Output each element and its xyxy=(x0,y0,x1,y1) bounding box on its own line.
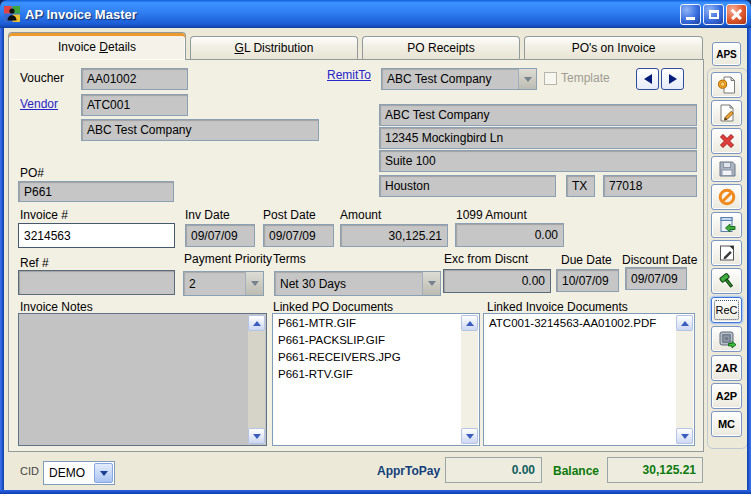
appr-to-pay-label: ApprToPay xyxy=(377,464,440,478)
app-icon xyxy=(4,6,20,22)
amount-label: Amount xyxy=(340,208,381,222)
scroll-down-icon[interactable] xyxy=(676,428,693,444)
tab-label: PO Receipts xyxy=(407,41,474,55)
invoice-notes-textarea xyxy=(18,313,267,446)
delete-x-icon xyxy=(717,131,737,151)
mc-button[interactable]: MC xyxy=(711,411,742,437)
tab-pos-on-invoice[interactable]: PO's on Invoice xyxy=(524,36,703,59)
cid-value: DEMO xyxy=(44,462,93,484)
remit-to-link[interactable]: RemitTo xyxy=(327,68,371,82)
delete-invoice-button[interactable] xyxy=(711,128,742,154)
state-field: TX xyxy=(566,175,595,197)
scroll-down-icon xyxy=(248,428,265,444)
maximize-icon xyxy=(709,10,719,19)
notes-button[interactable] xyxy=(711,240,742,266)
next-record-button[interactable] xyxy=(661,68,684,90)
address-line1-field: ABC Test Company xyxy=(379,104,697,126)
scroll-down-icon[interactable] xyxy=(461,428,478,444)
discount-date-label: Discount Date xyxy=(622,253,697,267)
maximize-button[interactable] xyxy=(703,4,724,25)
linked-invoice-docs-list[interactable]: ATC001-3214563-AA01002.PDF xyxy=(483,313,695,446)
cid-combo[interactable]: DEMO xyxy=(43,461,115,485)
tab-gl-distribution[interactable]: GL Distribution xyxy=(190,36,358,59)
linked-po-docs-label: Linked PO Documents xyxy=(273,300,393,314)
due-date-field: 10/07/09 xyxy=(556,269,619,292)
tab-po-receipts[interactable]: PO Receipts xyxy=(362,36,520,59)
tab-label: Invoice Details xyxy=(58,40,136,54)
ref-label: Ref # xyxy=(20,256,49,270)
minimize-button[interactable] xyxy=(680,4,701,25)
appr-to-pay-field: 0.00 xyxy=(445,457,542,483)
new-invoice-button[interactable] xyxy=(711,72,742,98)
payment-priority-value: 2 xyxy=(184,272,245,295)
aps-button[interactable]: APS xyxy=(712,42,741,66)
a2p-button[interactable]: A2P xyxy=(711,383,742,409)
invoice-number-field[interactable]: 3214563 xyxy=(18,223,175,248)
scrollbar[interactable] xyxy=(676,315,693,444)
amount-1099-label: 1099 Amount xyxy=(456,208,527,222)
minimize-icon xyxy=(686,17,695,20)
scrollbar xyxy=(248,315,265,444)
2ar-button[interactable]: 2AR xyxy=(711,355,742,381)
cid-label: CID xyxy=(20,465,39,477)
vendor-name-field: ABC Test Company xyxy=(81,119,319,141)
list-item[interactable]: P661-RECEIVERS.JPG xyxy=(274,349,460,366)
remit-to-value: ABC Test Company xyxy=(382,69,518,89)
gavel-button[interactable] xyxy=(711,268,742,294)
invoice-number-label: Invoice # xyxy=(20,208,68,222)
po-field: P661 xyxy=(18,181,174,202)
post-date-field: 09/07/09 xyxy=(263,224,334,247)
load-document-button[interactable] xyxy=(711,212,742,238)
window-border-left xyxy=(0,28,4,490)
invoice-notes-label: Invoice Notes xyxy=(20,300,93,314)
arrow-left-icon xyxy=(644,74,652,84)
template-label: Template xyxy=(561,71,610,85)
vendor-link[interactable]: Vendor xyxy=(20,97,58,111)
address-line3-field: Suite 100 xyxy=(379,150,697,172)
scroll-up-icon[interactable] xyxy=(461,315,478,331)
window-title: AP Invoice Master xyxy=(25,7,678,22)
voucher-label: Voucher xyxy=(20,71,64,85)
chevron-down-icon xyxy=(422,272,440,295)
list-item[interactable]: P661-PACKSLIP.GIF xyxy=(274,332,460,349)
edit-invoice-button[interactable] xyxy=(711,100,742,126)
vault-button[interactable] xyxy=(711,326,742,352)
tab-invoice-details[interactable]: Invoice Details xyxy=(8,32,186,60)
rec-button[interactable]: ReC xyxy=(711,297,742,323)
chevron-down-icon xyxy=(245,272,263,295)
save-button[interactable] xyxy=(711,156,742,182)
linked-po-docs-list[interactable]: P661-MTR.GIF P661-PACKSLIP.GIF P661-RECE… xyxy=(272,313,480,446)
cancel-button[interactable] xyxy=(711,184,742,210)
zip-field: 77018 xyxy=(603,175,697,197)
terms-value: Net 30 Days xyxy=(275,272,422,295)
gavel-icon xyxy=(717,271,737,291)
list-item[interactable]: P661-MTR.GIF xyxy=(274,315,460,332)
chevron-down-icon xyxy=(518,69,536,89)
arrow-right-icon xyxy=(669,74,677,84)
terms-combo: Net 30 Days xyxy=(274,271,441,296)
ref-field xyxy=(18,270,175,295)
amount-1099-field: 0.00 xyxy=(455,223,564,247)
exc-from-discnt-field: 0.00 xyxy=(443,269,551,293)
close-icon xyxy=(730,8,743,21)
list-item[interactable]: P661-RTV.GIF xyxy=(274,366,460,383)
template-checkbox xyxy=(544,72,557,85)
tab-label: PO's on Invoice xyxy=(572,41,656,55)
voucher-field: AA01002 xyxy=(81,68,188,90)
list-item[interactable]: ATC001-3214563-AA01002.PDF xyxy=(485,315,675,332)
discount-date-field: 09/07/09 xyxy=(625,267,687,290)
exc-from-discnt-label: Exc from Discnt xyxy=(444,252,528,266)
payment-priority-label: Payment Priority xyxy=(184,252,272,266)
payment-priority-combo: 2 xyxy=(183,271,264,296)
address-line2-field: 12345 Mockingbird Ln xyxy=(379,127,697,149)
window-border-bottom xyxy=(0,490,751,494)
previous-record-button[interactable] xyxy=(636,68,659,90)
po-label: PO# xyxy=(20,166,44,180)
close-button[interactable] xyxy=(726,4,747,25)
title-bar[interactable]: AP Invoice Master xyxy=(0,0,751,28)
cancel-icon xyxy=(717,187,737,207)
post-date-label: Post Date xyxy=(263,208,316,222)
scroll-up-icon[interactable] xyxy=(676,315,693,331)
scrollbar[interactable] xyxy=(461,315,478,444)
vault-export-icon xyxy=(717,329,737,349)
